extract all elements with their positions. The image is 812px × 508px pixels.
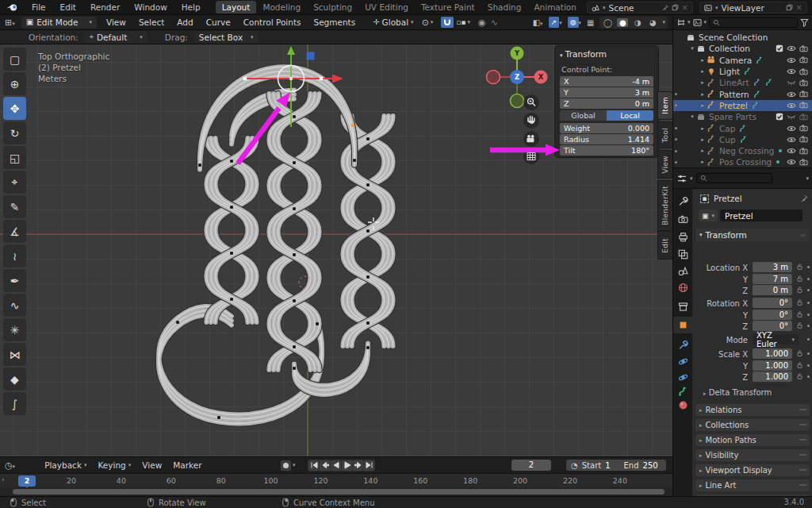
properties-tab-render[interactable] (673, 211, 692, 228)
exclude-checkbox[interactable] (776, 113, 783, 121)
copy-icon[interactable] (672, 4, 679, 11)
menu-render[interactable]: Render (83, 0, 127, 15)
close-icon[interactable]: × (682, 3, 688, 12)
outliner-row-pattern[interactable]: ▸Pattern (673, 88, 812, 99)
next-keyframe-button[interactable] (353, 460, 363, 471)
tool-transform[interactable]: ⌖ (3, 171, 26, 194)
render-visibility-icon[interactable] (799, 113, 808, 121)
pin-icon[interactable] (800, 194, 808, 202)
render-visibility-icon[interactable] (799, 135, 808, 144)
workspace-tab-texture-paint[interactable]: Texture Paint (415, 1, 481, 13)
global-button[interactable]: Global (560, 110, 607, 121)
render-visibility-icon[interactable] (799, 101, 808, 110)
xray-toggle[interactable]: ▦ (587, 18, 594, 27)
proportional-edit-toggle[interactable]: ◉ (478, 17, 486, 28)
timeline-menu-playback[interactable]: Playback▾ (39, 460, 92, 470)
auto-keying-toggle[interactable] (281, 460, 291, 471)
outliner-row-spare-parts[interactable]: ▾Spare Parts (673, 111, 812, 122)
jump-start-button[interactable] (308, 460, 319, 471)
weight-field[interactable]: Weight0.000 (560, 123, 653, 133)
outliner-row-scene-collection[interactable]: Scene Collection (673, 32, 812, 43)
eye-icon[interactable] (787, 125, 796, 133)
menu-help[interactable]: Help (174, 0, 208, 15)
panel-relations[interactable]: ▸Relations══ (695, 404, 810, 416)
expand-toggle[interactable]: ▾ (688, 45, 696, 52)
properties-tab-output[interactable] (673, 229, 692, 245)
workspace-tab-shading[interactable]: Shading (481, 1, 528, 13)
playhead[interactable]: 2 (18, 475, 36, 487)
eye-icon[interactable] (787, 136, 796, 144)
animate-dot[interactable] (807, 302, 810, 304)
tool-tilt[interactable]: ✳ (3, 318, 26, 341)
animate-dot[interactable] (807, 338, 810, 341)
outliner-row-cup[interactable]: ▸Cup (673, 134, 812, 145)
tool-rotate[interactable]: ↻ (3, 121, 26, 144)
properties-tab-material[interactable] (673, 397, 692, 414)
timeline-menu-keying[interactable]: Keying▾ (93, 460, 137, 470)
workspace-tab-sculpting[interactable]: Sculpting (307, 1, 358, 13)
properties-tab-physics[interactable] (673, 353, 692, 370)
properties-tab-object[interactable] (673, 317, 692, 333)
tilt-field[interactable]: Tilt180° (560, 145, 653, 156)
orientation-dropdown[interactable]: ⌖ Default ▾ (85, 31, 147, 43)
snap-with-selector[interactable]: ▫▪▾ (456, 18, 470, 26)
animate-dot[interactable] (807, 266, 810, 268)
tool-extrude[interactable]: ◆ (3, 368, 26, 391)
menu-window[interactable]: Window (127, 0, 174, 15)
exclude-checkbox[interactable] (776, 44, 783, 52)
object-name-field[interactable]: Pretzel (720, 210, 802, 221)
workspace-tab-modeling[interactable]: Modeling (256, 1, 307, 13)
animate-dot[interactable] (807, 314, 810, 316)
tool-move[interactable]: ✥ (3, 97, 26, 120)
rotation-x-field[interactable]: 0° (753, 298, 792, 308)
rotation-z-field[interactable]: 0° (753, 321, 792, 331)
shading-material-button[interactable]: ◑ (632, 18, 643, 27)
scale-x-field[interactable]: 1.000 (753, 348, 792, 359)
outliner-row-collection[interactable]: ▾Collection (673, 43, 812, 54)
outliner-row-lineart[interactable]: ▸LineArt (673, 77, 812, 88)
eye-closed-icon[interactable] (787, 79, 796, 87)
tool-curve-pen[interactable]: ∿ (3, 294, 26, 317)
n-panel-tab-edit[interactable]: Edit (658, 232, 672, 259)
n-panel-tab-view[interactable]: View (658, 151, 672, 178)
viewport-menu-add[interactable]: Add (170, 17, 199, 27)
tool-randomize[interactable]: ⋈ (3, 343, 26, 366)
render-visibility-icon[interactable] (799, 124, 808, 133)
eye-closed-icon[interactable] (787, 113, 796, 121)
timeline-menu-view[interactable]: View (136, 460, 167, 470)
outliner-row-cap[interactable]: ▸Cap (673, 122, 812, 133)
control-point-x-field[interactable]: X-4 m (560, 76, 653, 87)
scale-z-field[interactable]: 1.000 (753, 371, 792, 382)
chevron-down-icon[interactable]: ▾ (806, 175, 809, 182)
render-visibility-icon[interactable] (799, 158, 808, 167)
lock-icon[interactable] (796, 361, 803, 369)
mode-dropdown[interactable]: XYZ Euler▾ (753, 334, 799, 344)
location-z-field[interactable]: 0 m (753, 285, 792, 295)
expand-toggle[interactable]: ▸ (699, 137, 707, 143)
chevron-down-icon[interactable]: ▾ (662, 19, 665, 25)
display-mode-icon[interactable] (676, 18, 685, 27)
lock-icon[interactable] (796, 298, 803, 306)
mode-selector[interactable]: ▣ Edit Mode ▾ (21, 17, 97, 29)
panel-viewport-display[interactable]: ▸Viewport Display══ (695, 464, 810, 476)
radius-field[interactable]: Radius1.414 (560, 134, 653, 144)
viewport-menu-segments[interactable]: Segments (307, 17, 362, 27)
outliner-row-neg-crossing[interactable]: ▸Neg Crossing (673, 145, 812, 156)
transform-panel-header[interactable]: ▾Transform ≡ (695, 229, 810, 241)
eye-icon[interactable] (787, 44, 796, 52)
shading-wireframe-button[interactable]: ◯ (602, 18, 613, 27)
animate-dot[interactable] (807, 278, 810, 280)
expand-toggle[interactable]: ▸ (699, 125, 707, 132)
timeline-scrollbar[interactable] (13, 489, 665, 495)
render-visibility-icon[interactable] (799, 44, 808, 53)
close-icon[interactable]: × (796, 3, 802, 12)
render-visibility-icon[interactable] (799, 56, 808, 64)
lock-icon[interactable] (796, 286, 803, 294)
render-visibility-icon[interactable] (799, 90, 808, 98)
eye-icon[interactable] (787, 147, 796, 155)
tool-pen[interactable]: ✒ (3, 269, 26, 292)
workspace-tab-animation[interactable]: Animation (527, 1, 583, 13)
filter-display-icon[interactable] (693, 18, 702, 27)
lock-icon[interactable] (796, 349, 803, 357)
viewport-menu-control-points[interactable]: Control Points (237, 17, 308, 27)
